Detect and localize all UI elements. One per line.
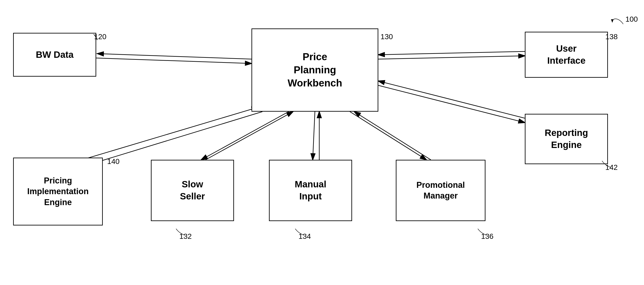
svg-line-8 [313, 112, 315, 160]
svg-line-10 [350, 112, 426, 160]
user-interface-label: UserInterface [547, 43, 586, 67]
promotional-manager-label: PromotionalManager [416, 180, 465, 201]
ref-136-curve [477, 228, 490, 236]
svg-line-11 [354, 112, 431, 160]
ref-120-curve [93, 32, 106, 41]
promotional-manager-box: PromotionalManager [396, 160, 486, 221]
pricing-impl-box: PricingImplementationEngine [13, 158, 103, 225]
svg-line-12 [378, 85, 525, 123]
svg-line-3 [378, 56, 525, 59]
reporting-engine-label: ReportingEngine [545, 127, 588, 151]
bw-data-label: BW Data [36, 49, 74, 61]
price-planning-label: PricePlanningWorkbench [288, 50, 342, 90]
ref-132-curve [175, 228, 188, 236]
slow-seller-label: SlowSeller [180, 178, 205, 202]
ref-142-curve [601, 160, 614, 169]
manual-input-box: ManualInput [269, 160, 352, 221]
reporting-engine-box: ReportingEngine [525, 114, 608, 164]
svg-line-5 [82, 107, 258, 160]
svg-line-2 [378, 52, 525, 55]
ref-130-label: 130 [380, 32, 393, 41]
svg-line-1 [96, 58, 252, 64]
bw-data-box: BW Data [13, 33, 96, 77]
ref-134-curve [294, 228, 307, 236]
pricing-impl-label: PricingImplementationEngine [27, 175, 89, 208]
manual-input-label: ManualInput [295, 178, 326, 202]
ref-100-curve [610, 13, 628, 26]
svg-line-6 [201, 112, 289, 160]
diagram-container: BW Data PricePlanningWorkbench UserInter… [0, 0, 644, 285]
svg-line-13 [378, 81, 525, 118]
svg-line-7 [206, 112, 293, 160]
ref-140-label: 140 [107, 157, 120, 166]
user-interface-box: UserInterface [525, 32, 608, 78]
slow-seller-box: SlowSeller [151, 160, 234, 221]
price-planning-box: PricePlanningWorkbench [252, 29, 378, 112]
ref-138-label: 138 [605, 32, 618, 41]
svg-line-0 [97, 54, 252, 59]
